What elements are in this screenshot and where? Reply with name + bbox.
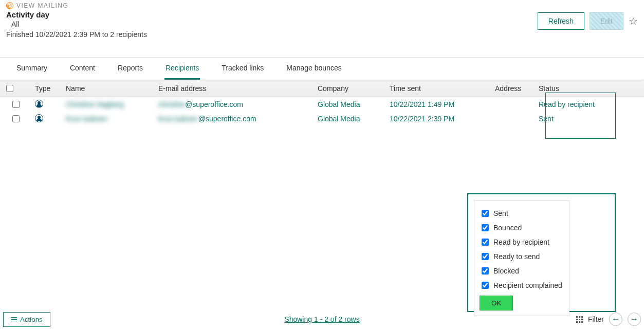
tab-bar: Summary Content Reports Recipients Track… <box>0 57 644 80</box>
tab-summary[interactable]: Summary <box>15 58 48 80</box>
recipient-time: 10/22/2021 2:39 PM <box>385 112 491 126</box>
col-email[interactable]: E-mail address <box>154 80 314 97</box>
tab-content[interactable]: Content <box>69 58 96 80</box>
filter-option-label: Bounced <box>493 224 522 232</box>
select-all-checkbox[interactable] <box>6 85 13 92</box>
filter-ok-button[interactable]: OK <box>480 296 513 310</box>
col-check <box>0 80 31 97</box>
footer-bar: Actions Showing 1 - 2 of 2 rows Filter ←… <box>0 310 644 329</box>
filter-option-label: Sent <box>493 209 508 217</box>
filter-popup: Sent Bounced Read by recipient Ready to … <box>474 200 569 316</box>
recipient-status: Read by recipient <box>535 97 644 112</box>
recipient-time: 10/22/2021 1:49 PM <box>385 97 491 112</box>
filter-option-read[interactable]: Read by recipient <box>480 235 564 249</box>
hamburger-icon <box>11 317 17 322</box>
filter-option-complained[interactable]: Recipient complained <box>480 278 564 293</box>
col-address[interactable]: Address <box>491 80 535 97</box>
filter-checkbox[interactable] <box>482 224 489 231</box>
recipient-status: Sent <box>535 112 644 126</box>
filter-checkbox[interactable] <box>482 267 489 275</box>
recipient-email-user: christine <box>158 100 185 108</box>
col-time[interactable]: Time sent <box>385 80 491 97</box>
tab-tracked-links[interactable]: Tracked links <box>220 58 265 80</box>
recipient-email-user: knut.isaksen <box>158 115 198 123</box>
recipient-company[interactable]: Global Media <box>318 100 360 108</box>
filter-option-label: Blocked <box>493 267 519 275</box>
col-status[interactable]: Status <box>535 80 644 97</box>
recipient-company[interactable]: Global Media <box>318 115 360 123</box>
filter-option-bounced[interactable]: Bounced <box>480 221 564 235</box>
footer-right: Filter ← → <box>576 313 641 326</box>
filter-checkbox[interactable] <box>482 282 489 289</box>
actions-label: Actions <box>20 316 43 323</box>
mailing-at-icon: @ <box>6 2 13 9</box>
filter-option-label: Ready to send <box>493 252 540 261</box>
recipient-name[interactable]: Christine Hagberg <box>66 100 124 108</box>
favorite-star-icon[interactable]: ☆ <box>629 15 638 27</box>
next-page-button[interactable]: → <box>628 313 641 326</box>
breadcrumb: @ VIEW MAILING <box>6 2 638 9</box>
filter-option-sent[interactable]: Sent <box>480 206 564 221</box>
page-header: @ VIEW MAILING Activity day All Finished… <box>0 0 644 43</box>
filter-checkbox[interactable] <box>482 239 489 246</box>
filter-option-label: Recipient complained <box>493 281 562 289</box>
table-row[interactable]: Christine Hagberg christine@superoffice.… <box>0 97 644 112</box>
row-checkbox[interactable] <box>12 101 20 108</box>
filter-option-label: Read by recipient <box>493 238 549 246</box>
header-actions: Refresh Edit ☆ <box>538 12 638 30</box>
filter-checkbox[interactable] <box>482 210 489 217</box>
filter-checkbox[interactable] <box>482 253 489 260</box>
grid-icon[interactable] <box>576 316 583 323</box>
recipient-email-domain[interactable]: @superoffice.com <box>185 100 243 108</box>
person-icon <box>35 100 43 108</box>
refresh-button[interactable]: Refresh <box>538 12 584 30</box>
filter-option-blocked[interactable]: Blocked <box>480 264 564 278</box>
prev-page-button[interactable]: ← <box>609 313 622 326</box>
breadcrumb-text: VIEW MAILING <box>16 2 68 9</box>
table-row[interactable]: Knut Isaksen knut.isaksen@superoffice.co… <box>0 112 644 126</box>
filter-option-ready[interactable]: Ready to send <box>480 249 564 264</box>
col-name[interactable]: Name <box>62 80 154 97</box>
col-company[interactable]: Company <box>314 80 385 97</box>
edit-button: Edit <box>590 12 623 30</box>
recipients-table: Type Name E-mail address Company Time se… <box>0 80 644 126</box>
tab-recipients[interactable]: Recipients <box>164 58 200 80</box>
row-checkbox[interactable] <box>12 115 20 122</box>
recipient-email-domain[interactable]: @superoffice.com <box>198 115 256 123</box>
actions-button[interactable]: Actions <box>3 312 50 327</box>
status-line: Finished 10/22/2021 2:39 PM to 2 recipie… <box>6 30 638 39</box>
filter-button[interactable]: Filter <box>588 315 604 323</box>
recipient-name[interactable]: Knut Isaksen <box>66 115 107 123</box>
tab-manage-bounces[interactable]: Manage bounces <box>285 58 342 80</box>
tab-reports[interactable]: Reports <box>117 58 144 80</box>
person-icon <box>35 114 43 122</box>
paging-status[interactable]: Showing 1 - 2 of 2 rows <box>284 315 359 323</box>
col-type[interactable]: Type <box>31 80 62 97</box>
